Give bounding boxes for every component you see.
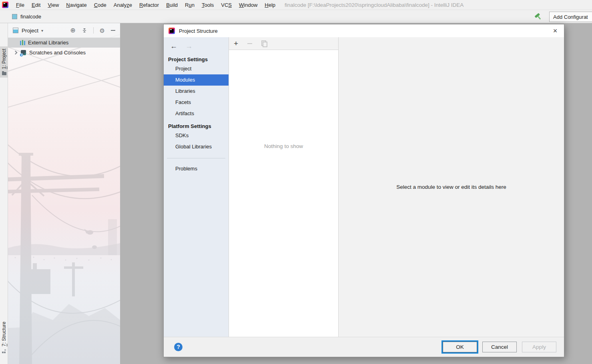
project-panel-header: Project ▾ ⊕ ⚙	[8, 23, 120, 38]
scratches-icon	[20, 50, 26, 56]
stripe-tab-structure[interactable]: 7: Structure	[0, 319, 8, 356]
dialog-nav-panel: ← → Project Settings Project Modules Lib…	[164, 37, 229, 337]
menu-view[interactable]: View	[44, 0, 62, 10]
project-panel-title[interactable]: Project	[22, 28, 38, 34]
add-configuration-button[interactable]: Add Configurat	[549, 12, 592, 22]
list-empty-text: Nothing to show	[229, 143, 338, 149]
chevron-right-icon	[13, 51, 17, 55]
collapse-all-icon[interactable]	[82, 28, 87, 33]
project-tool-window: Project ▾ ⊕ ⚙ External Libraries S	[8, 23, 120, 364]
project-breadcrumb-label: finalcode	[20, 14, 41, 20]
menu-analyze[interactable]: Analyze	[110, 0, 136, 10]
stripe-tab-structure-label: 7: Structure	[1, 322, 7, 346]
tree-label: Scratches and Consoles	[29, 50, 86, 56]
menu-vcs[interactable]: VCS	[217, 0, 235, 10]
intellij-logo-icon	[169, 28, 175, 34]
nav-item-artifacts[interactable]: Artifacts	[164, 108, 229, 119]
intellij-logo-icon	[2, 2, 8, 8]
nav-header-platform-settings: Platform Settings	[168, 123, 229, 129]
menu-build[interactable]: Build	[163, 0, 181, 10]
locate-file-icon[interactable]: ⊕	[70, 27, 75, 34]
ok-button[interactable]: OK	[443, 342, 477, 352]
apply-button: Apply	[522, 342, 556, 352]
hide-panel-icon[interactable]	[111, 30, 115, 31]
nav-item-problems[interactable]: Problems	[164, 163, 229, 174]
menu-tools[interactable]: Tools	[198, 0, 217, 10]
tree-label: External Libraries	[28, 40, 68, 46]
modules-list-panel: + Nothing to show	[229, 37, 339, 337]
menu-window[interactable]: Window	[235, 0, 261, 10]
copy-icon	[261, 40, 267, 46]
menu-file[interactable]: File	[12, 0, 28, 10]
nav-header-project-settings: Project Settings	[168, 56, 229, 62]
window-title: finalcode [F:\IdeaProjects2020\springclo…	[285, 2, 464, 8]
dialog-footer: ? OK Cancel Apply	[164, 337, 564, 357]
back-arrow-icon[interactable]: ←	[170, 42, 177, 50]
run-toolbar: finalcode	[0, 10, 592, 23]
nav-item-project[interactable]: Project	[164, 63, 229, 74]
nav-item-global-libraries[interactable]: Global Libraries	[164, 141, 229, 152]
dialog-titlebar[interactable]: Project Structure ×	[164, 24, 564, 37]
toolbar-divider	[93, 27, 94, 34]
project-folder-icon	[2, 72, 6, 75]
close-icon[interactable]: ×	[550, 26, 560, 36]
menu-run[interactable]: Run	[181, 0, 198, 10]
nav-item-facets[interactable]: Facets	[164, 97, 229, 108]
menu-help[interactable]: Help	[261, 0, 279, 10]
intellij-window: File Edit View Navigate Code Analyze Ref…	[0, 0, 592, 364]
project-breadcrumb[interactable]: finalcode	[12, 10, 41, 23]
module-details-panel: Select a module to view or edit its deta…	[339, 37, 564, 337]
details-empty-text: Select a module to view or edit its deta…	[396, 184, 506, 190]
menu-edit[interactable]: Edit	[28, 0, 44, 10]
remove-icon	[247, 43, 252, 44]
build-hammer-icon[interactable]	[534, 13, 542, 21]
project-view-icon	[13, 28, 18, 33]
nav-separator	[167, 158, 225, 158]
project-module-icon	[12, 14, 17, 19]
external-libraries-icon	[20, 40, 25, 45]
cancel-button[interactable]: Cancel	[482, 342, 517, 352]
menu-bar: File Edit View Navigate Code Analyze Ref…	[0, 0, 592, 10]
list-toolbar: +	[229, 37, 338, 50]
menu-code[interactable]: Code	[90, 0, 110, 10]
nav-item-sdks[interactable]: SDKs	[164, 130, 229, 141]
dialog-title: Project Structure	[179, 28, 218, 34]
forward-arrow-icon: →	[185, 42, 193, 50]
tree-row-scratches[interactable]: Scratches and Consoles	[8, 48, 120, 58]
stripe-tab-project[interactable]: 1: Project	[0, 46, 8, 78]
wallpaper-image	[8, 23, 120, 364]
tool-window-stripe: 1: Project 7: Structure vorites	[0, 23, 8, 364]
structure-icon	[2, 349, 6, 353]
chevron-down-icon[interactable]: ▾	[41, 28, 43, 33]
help-icon[interactable]: ?	[174, 343, 183, 351]
project-structure-dialog: Project Structure × ← → Project Settings…	[163, 24, 564, 357]
stripe-tab-project-label: 1: Project	[1, 49, 7, 69]
menu-navigate[interactable]: Navigate	[62, 0, 90, 10]
add-icon[interactable]: +	[234, 40, 238, 47]
tree-row-external-libraries[interactable]: External Libraries	[8, 38, 120, 48]
menu-refactor[interactable]: Refactor	[136, 0, 163, 10]
nav-item-libraries[interactable]: Libraries	[164, 86, 229, 97]
nav-item-modules[interactable]: Modules	[164, 74, 229, 86]
gear-icon[interactable]: ⚙	[100, 28, 105, 34]
